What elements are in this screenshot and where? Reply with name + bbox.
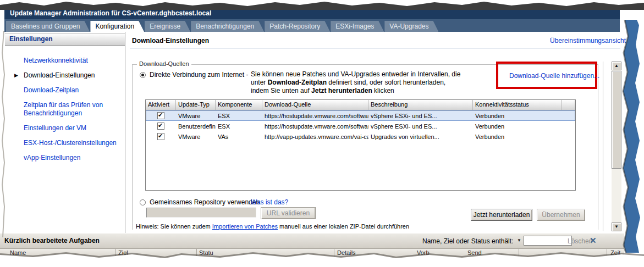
- what-is-this-link[interactable]: Was ist das?: [251, 198, 288, 206]
- column-header-komponente[interactable]: Komponente: [216, 100, 262, 110]
- status-cell: Verbunden: [473, 112, 562, 120]
- tab-patch-repository[interactable]: Patch-Repository: [265, 21, 330, 32]
- column-header-konnektivitaetsstatus[interactable]: Konnektivitätsstatus: [473, 100, 562, 110]
- note-prefix: Hinweis: Sie können zudem: [136, 223, 212, 230]
- enabled-cell: [146, 123, 176, 130]
- table-row[interactable]: Benutzerdefin.. ESX https://hostupdate.v…: [146, 121, 575, 131]
- download-sources-groupbox: Download-Quellen Direkte Verbindung zum …: [132, 64, 598, 230]
- close-tasks-panel-icon[interactable]: ✕: [590, 236, 597, 246]
- torn-column-fragment: Send: [467, 249, 482, 256]
- checkbox-checked-icon[interactable]: [157, 133, 164, 140]
- description-cell: Upgrades von virtuellen...: [368, 132, 473, 141]
- column-header-update-typ[interactable]: Update-Typ: [176, 100, 216, 110]
- status-cell: Verbunden: [473, 122, 562, 131]
- direct-connection-description: Sie können neue Patches und VA-Upgrades …: [251, 70, 487, 95]
- scroll-up-icon[interactable]: ▲: [612, 62, 621, 70]
- sidebar-item-netzwerkkonnektivitaet[interactable]: Netzwerkkonnektivität: [5, 53, 125, 68]
- column-header-aktiviert[interactable]: Aktiviert: [146, 100, 176, 110]
- update-type-cell: VMware: [176, 112, 216, 120]
- validate-url-button[interactable]: URL validieren: [261, 207, 316, 219]
- clear-filter-button[interactable]: Löschen: [568, 237, 592, 245]
- content-scroll-divider: [603, 62, 603, 231]
- torn-column-fragment: Vorb: [417, 249, 430, 256]
- tab-konfiguration[interactable]: Konfiguration: [90, 21, 144, 32]
- sidebar-item-vapp-einstellungen[interactable]: vApp-Einstellungen: [5, 151, 125, 165]
- tab-va-upgrades[interactable]: VA-Upgrades: [384, 21, 438, 32]
- source-url-cell: https://hostupdate.vmware.com/softwareV.…: [262, 122, 368, 131]
- description-cell: vSphere ESXi- und ES...: [368, 122, 473, 131]
- scroll-down-icon[interactable]: ▼: [612, 222, 621, 231]
- desc-line3-post: klicken: [372, 87, 394, 94]
- checkbox-checked-icon[interactable]: [157, 112, 164, 119]
- sidebar-item-download-zeitplan[interactable]: Download-Zeitplan: [5, 83, 125, 98]
- tasks-filter-input[interactable]: [524, 236, 572, 246]
- table-row[interactable]: VMware ESX https://hostupdate.vmware.com…: [146, 110, 575, 121]
- column-header-beschreibung[interactable]: Beschreibung: [368, 100, 473, 110]
- table-header-row: Aktiviert Update-Typ Komponente Download…: [146, 100, 575, 110]
- download-sources-table[interactable]: Aktiviert Update-Typ Komponente Download…: [145, 99, 576, 191]
- column-header-download-quelle[interactable]: Download-Quelle: [262, 100, 368, 110]
- recent-tasks-bar: Kürzlich bearbeitete Aufgaben Name, Ziel…: [0, 233, 624, 248]
- update-type-cell: VMware: [176, 132, 216, 141]
- window-title: Update Manager Administration für CS-vCe…: [4, 7, 620, 19]
- desc-line2-pre: unter: [251, 79, 268, 86]
- sidebar-header: Einstellungen: [5, 33, 125, 46]
- source-url-cell: https://hostupdate.vmware.com/softwareV.…: [262, 112, 368, 120]
- sidebar-item-einstellungen-der-vm[interactable]: Einstellungen der VM: [5, 121, 125, 136]
- enabled-cell: [146, 133, 176, 140]
- page-title: Download-Einstellungen: [132, 37, 209, 44]
- red-highlight-box: Download-Quelle hinzufügen...: [496, 62, 597, 89]
- tab-baselines-und-gruppen[interactable]: Baselines und Gruppen: [6, 21, 90, 32]
- tab-strip: Baselines und Gruppen Konfiguration Erei…: [4, 19, 620, 32]
- recent-tasks-title: Kürzlich bearbeitete Aufgaben: [4, 237, 100, 244]
- source-url-cell: http://vapp-updates.vmware.com/vai-catal…: [262, 132, 368, 141]
- direct-connection-radio[interactable]: [140, 72, 146, 78]
- shared-repository-radio[interactable]: [140, 199, 146, 205]
- sidebar-item-zeitplan-benachrichtigungen[interactable]: Zeitplan für das Prüfen von Benachrichti…: [5, 98, 125, 121]
- column-separator: [334, 249, 334, 258]
- add-download-source-link[interactable]: Download-Quelle hinzufügen...: [509, 72, 599, 80]
- update-type-cell: Benutzerdefin..: [176, 122, 216, 131]
- tab-benachrichtigungen[interactable]: Benachrichtigungen: [191, 21, 264, 32]
- desc-line3-pre: indem Sie unten auf: [251, 87, 311, 94]
- torn-column-fragment: Statu: [199, 249, 213, 256]
- torn-edge-right: [620, 20, 644, 253]
- status-cell: Verbunden: [473, 132, 562, 141]
- checkbox-checked-icon[interactable]: [157, 123, 164, 130]
- filter-dropdown-icon[interactable]: ▼: [517, 238, 521, 243]
- sidebar-item-download-einstellungen[interactable]: ▶ Download-Einstellungen: [5, 68, 125, 83]
- groupbox-legend: Download-Quellen: [137, 60, 191, 67]
- direct-connection-label: Direkte Verbindung zum Internet -: [150, 71, 248, 79]
- column-separator: [607, 249, 607, 258]
- table-row[interactable]: VMware VAs http://vapp-updates.vmware.co…: [146, 131, 575, 142]
- scrollbar-thumb[interactable]: [612, 71, 621, 169]
- torn-column-fragment: Ziel: [118, 249, 128, 256]
- column-separator: [196, 249, 197, 258]
- torn-column-fragment: Name: [10, 249, 26, 256]
- column-header-filler: [562, 100, 575, 110]
- note-suffix: manuell aus einer lokalen ZIP-Datei durc…: [278, 223, 409, 230]
- tab-ereignisse[interactable]: Ereignisse: [145, 21, 190, 32]
- sidebar-item-esx-host-clustereinstellungen[interactable]: ESX-Host-/Clustereinstellungen: [5, 136, 125, 151]
- torn-column-fragment: Zeit: [610, 249, 620, 256]
- download-now-button[interactable]: Jetzt herunterladen: [471, 209, 532, 221]
- repository-url-input[interactable]: [146, 208, 256, 218]
- import-patches-link[interactable]: Importieren von Patches: [212, 223, 278, 230]
- component-cell: VAs: [216, 132, 262, 141]
- tasks-filter-label: Name, Ziel oder Status enthält:: [422, 237, 513, 245]
- column-separator: [519, 249, 519, 258]
- import-patches-note: Hinweis: Sie können zudem Importieren vo…: [136, 223, 409, 230]
- tab-esxi-images[interactable]: ESXi-Images: [331, 21, 384, 32]
- desc-jetzt-herunterladen-bold: Jetzt herunterladen: [311, 87, 372, 94]
- desc-line2-post: definiert sind, oder sofort herunterlade…: [327, 79, 445, 86]
- component-cell: ESX: [216, 112, 262, 120]
- enabled-cell: [146, 112, 176, 119]
- column-separator: [115, 249, 116, 258]
- component-cell: ESX: [216, 122, 262, 131]
- panel-divider: [125, 32, 125, 233]
- header-divider: [130, 48, 620, 48]
- apply-button[interactable]: Übernehmen: [537, 209, 585, 221]
- compliance-view-link[interactable]: Übereinstimmungsansicht: [550, 37, 626, 44]
- vertical-scrollbar[interactable]: ▲ ▼: [612, 62, 621, 231]
- desc-line1: Sie können neue Patches und VA-Upgrades …: [251, 70, 460, 78]
